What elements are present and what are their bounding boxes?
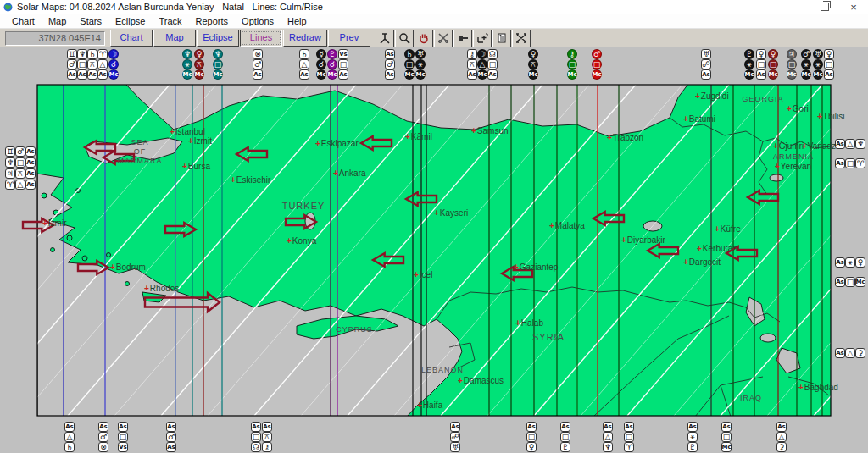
- menu-item-help[interactable]: Help: [281, 15, 314, 27]
- line-marker-stack: ♆□Mc: [213, 49, 223, 80]
- glyph-□: □: [721, 432, 732, 442]
- glyph-As: As: [687, 422, 698, 432]
- city-marker-cross: +: [287, 236, 292, 246]
- glyph-□: □: [251, 432, 261, 442]
- toolbar-button-prev[interactable]: Prev: [328, 30, 370, 47]
- glyph-As: As: [253, 69, 263, 80]
- solar-maps-window: { "window": { "title": "Solar Maps: 04.0…: [0, 0, 868, 453]
- toolbar-tool-icon[interactable]: [453, 30, 472, 47]
- line-marker-stack: ♊♂As: [67, 49, 77, 80]
- glyph-☽: ☽: [108, 49, 119, 59]
- city-label-gaziantep: +Gaziantep: [514, 263, 558, 272]
- toolbar-button-chart[interactable]: Chart: [110, 30, 153, 47]
- line-marker-stack: ⚷⚻As: [467, 49, 477, 80]
- menu-bar: ChartMapStarsEclipseTrackReportsOptionsH…: [0, 14, 868, 29]
- city-marker-cross: +: [683, 257, 688, 267]
- glyph-♆: ♆: [182, 49, 192, 59]
- glyph-Mc: Mc: [721, 442, 732, 452]
- glyph-♄: ♄: [299, 49, 309, 59]
- city-label-haifa: +Haifa: [417, 401, 442, 410]
- restore-icon: [821, 3, 829, 11]
- glyph-□: □: [118, 432, 128, 442]
- glyph-△: △: [477, 59, 487, 69]
- glyph-□: □: [404, 59, 415, 69]
- line-marker-stack: As□♇: [560, 422, 570, 452]
- title-bar: Solar Maps: 04.08.2024 Aslan Burcunda Ye…: [0, 0, 868, 14]
- city-marker-cross: +: [182, 162, 187, 171]
- city-label-kayseri: +Kayseri: [434, 209, 468, 218]
- toolbar-zoom-icon[interactable]: [395, 30, 414, 47]
- minimize-button[interactable]: –: [782, 0, 810, 14]
- toolbar-locate-icon[interactable]: [473, 30, 492, 47]
- restore-button[interactable]: [810, 0, 839, 14]
- menu-item-options[interactable]: Options: [235, 15, 281, 27]
- city-marker-cross: +: [817, 112, 822, 121]
- glyph-♅: ♅: [701, 49, 711, 59]
- toolbar-button-map[interactable]: Map: [153, 30, 196, 47]
- toolbar-pan-icon[interactable]: [415, 30, 433, 47]
- glyph-As: As: [25, 157, 36, 168]
- city-marker-cross: +: [144, 284, 149, 293]
- menu-item-track[interactable]: Track: [152, 15, 188, 27]
- city-marker-cross: +: [695, 91, 700, 101]
- line-marker-stack: As△♆: [835, 139, 865, 149]
- glyph-Mc: Mc: [316, 69, 326, 80]
- glyph-⊗: ⊗: [253, 49, 263, 59]
- menu-item-reports[interactable]: Reports: [189, 15, 236, 27]
- glyph-□: □: [824, 59, 834, 69]
- city-label-diyarbakir: +Diyarbakir: [621, 236, 665, 245]
- line-marker-stack: ♈△As: [5, 180, 36, 190]
- glyph-△: △: [776, 432, 787, 442]
- glyph-As: As: [67, 69, 77, 80]
- menu-item-stars[interactable]: Stars: [73, 15, 108, 27]
- toolbar-button-redraw[interactable]: Redraw: [283, 30, 327, 47]
- glyph-As: As: [835, 277, 845, 287]
- city-marker-cross: +: [683, 114, 688, 124]
- close-button[interactable]: ×: [839, 0, 868, 14]
- map-canvas: [0, 47, 868, 453]
- toolbar-button-eclipse[interactable]: Eclipse: [197, 30, 239, 47]
- glyph-□: □: [592, 59, 602, 69]
- glyph-⚻: ⚻: [262, 432, 272, 442]
- line-marker-stack: Vs□As: [338, 49, 348, 80]
- line-marker-stack: ⚷□Mc: [567, 49, 577, 80]
- line-marker-stack: ♇☌Mc: [327, 49, 337, 80]
- line-marker-stack: ♄⚻As: [87, 49, 97, 80]
- city-label-halab: +Halab: [515, 319, 543, 328]
- line-marker-stack: ♂□Mc: [592, 49, 602, 80]
- city-marker-cross: +: [315, 139, 320, 148]
- toolbar-button-lines[interactable]: Lines: [240, 30, 282, 47]
- toolbar-report-icon[interactable]: [492, 30, 511, 47]
- toolbar-cut-icon[interactable]: [434, 30, 453, 47]
- city-marker-cross: +: [42, 218, 47, 228]
- glyph-⚻: ⚻: [194, 59, 204, 69]
- glyph-As: As: [526, 422, 537, 432]
- line-marker-stack: ♆□As: [5, 157, 36, 168]
- glyph-♀: ♀: [855, 257, 865, 268]
- line-marker-stack: ♀⚻Mc: [528, 49, 538, 80]
- glyph-☿: ☿: [316, 49, 326, 59]
- country-label: CYPRUS: [336, 325, 373, 334]
- glyph-♈: ♈: [5, 180, 15, 190]
- city-label-eskisehir: +Eskisehir: [231, 176, 270, 185]
- city-label-gjumri: +Gjumri: [773, 142, 804, 151]
- city-marker-cross: +: [188, 136, 193, 146]
- glyph-Mc: Mc: [801, 69, 811, 80]
- toolbar-track-icon[interactable]: [376, 30, 394, 47]
- glyph-♀: ♀: [756, 49, 766, 59]
- city-marker-cross: +: [697, 244, 702, 253]
- line-marker-stack: ♂⚹Mc: [801, 49, 811, 80]
- menu-item-chart[interactable]: Chart: [5, 15, 42, 27]
- glyph-♈: ♈: [97, 49, 108, 59]
- map-area[interactable]: +Istanbul+Izmit+Bursa+Eskisehir+Izmir+Bo…: [0, 47, 868, 453]
- line-marker-stack: As△⚳: [835, 348, 865, 358]
- toolbar-cross-icon[interactable]: [512, 30, 531, 47]
- menu-item-map[interactable]: Map: [42, 15, 73, 27]
- country-label: SYRIA: [532, 333, 565, 342]
- line-marker-stack: As□♈: [835, 158, 865, 168]
- menu-item-eclipse[interactable]: Eclipse: [108, 15, 152, 27]
- glyph-As: As: [87, 69, 97, 80]
- glyph-⚹: ⚹: [415, 59, 426, 69]
- glyph-As: As: [25, 168, 36, 179]
- city-marker-cross: +: [715, 224, 720, 234]
